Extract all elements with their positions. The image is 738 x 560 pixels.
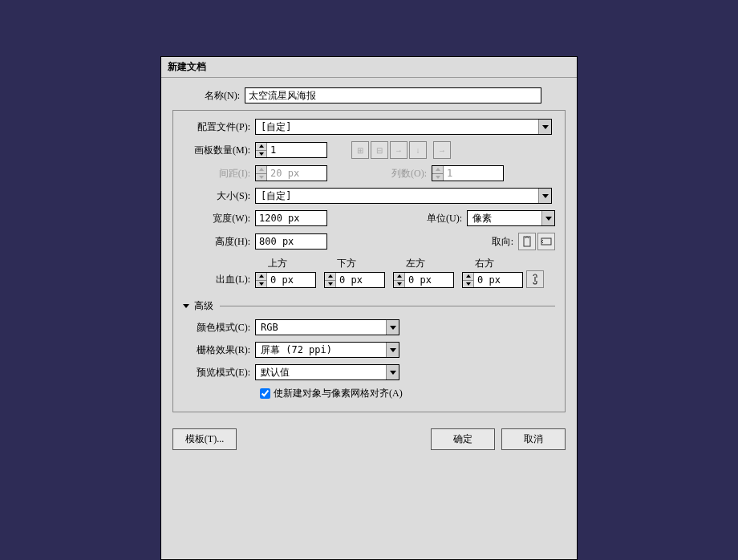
arrange-grid-row-icon: ⊞ (351, 141, 369, 159)
width-input[interactable] (255, 210, 327, 226)
bleed-left-spinner[interactable]: 0 px (393, 272, 454, 288)
artboards-label: 画板数量(M): (183, 144, 255, 157)
arrange-grid-col-icon: ⊟ (371, 141, 388, 159)
name-input[interactable] (245, 87, 541, 103)
bleed-right-spinner[interactable]: 0 px (462, 272, 523, 288)
height-input[interactable] (255, 233, 327, 250)
arrange-row-icon: → (390, 141, 408, 159)
columns-spinner: 1 (432, 165, 504, 181)
height-label: 高度(H): (183, 235, 255, 249)
dropdown-arrow-icon[interactable] (541, 211, 554, 225)
orientation-landscape-button[interactable] (537, 233, 555, 250)
bleed-left-label: 左方 (393, 257, 454, 270)
ok-button[interactable]: 确定 (431, 428, 495, 450)
cancel-button[interactable]: 取消 (501, 428, 566, 450)
colormode-label: 颜色模式(C): (183, 321, 255, 335)
bleed-label: 出血(L): (183, 273, 255, 286)
orientation-portrait-button[interactable] (518, 233, 536, 250)
colormode-dropdown[interactable]: RGB (255, 319, 399, 335)
dialog-title: 新建文档 (161, 57, 577, 78)
bleed-top-label: 上方 (255, 257, 316, 270)
size-label: 大小(S): (183, 189, 255, 203)
name-label: 名称(N): (172, 89, 245, 103)
settings-group: 配置文件(P): [自定] 画板数量(M): 1 ⊞ ⊟ → ↓ → (172, 110, 566, 412)
profile-label: 配置文件(P): (183, 120, 255, 134)
units-label: 单位(U): (419, 212, 467, 225)
templates-button[interactable]: 模板(T)... (172, 428, 237, 450)
raster-label: 栅格效果(R): (183, 343, 255, 357)
width-label: 宽度(W): (183, 212, 255, 225)
bleed-bottom-spinner[interactable]: 0 px (324, 272, 385, 288)
align-pixel-checkbox[interactable] (260, 388, 270, 399)
size-dropdown[interactable]: [自定] (255, 188, 552, 204)
arrange-rtl-icon: → (433, 141, 451, 159)
svg-rect-0 (524, 237, 530, 246)
orientation-label: 取向: (470, 235, 518, 249)
triangle-down-icon (183, 304, 189, 308)
dropdown-arrow-icon[interactable] (538, 120, 551, 134)
bleed-top-spinner[interactable]: 0 px (255, 272, 316, 288)
advanced-toggle[interactable]: 高级 (183, 299, 555, 313)
dropdown-arrow-icon[interactable] (386, 365, 399, 379)
align-pixel-label: 使新建对象与像素网格对齐(A) (274, 387, 403, 400)
arrange-col-icon: ↓ (409, 141, 427, 159)
spacing-spinner: 20 px (255, 165, 327, 181)
columns-label: 列数(O): (383, 167, 432, 181)
spacing-label: 间距(I): (183, 167, 255, 181)
dropdown-arrow-icon[interactable] (386, 320, 399, 335)
raster-dropdown[interactable]: 屏幕 (72 ppi) (255, 342, 399, 358)
preview-label: 预览模式(E): (183, 366, 255, 379)
preview-dropdown[interactable]: 默认值 (255, 364, 399, 380)
artboards-spinner[interactable]: 1 (255, 142, 327, 158)
new-document-dialog: 新建文档 名称(N): 配置文件(P): [自定] 画板数量(M): 1 (160, 56, 578, 560)
profile-dropdown[interactable]: [自定] (255, 119, 552, 135)
bleed-right-label: 右方 (462, 257, 523, 270)
dropdown-arrow-icon[interactable] (386, 343, 399, 357)
svg-rect-1 (541, 238, 551, 245)
units-dropdown[interactable]: 像素 (467, 210, 555, 226)
bleed-bottom-label: 下方 (324, 257, 385, 270)
link-bleed-button[interactable] (526, 270, 544, 288)
dropdown-arrow-icon[interactable] (538, 189, 551, 203)
